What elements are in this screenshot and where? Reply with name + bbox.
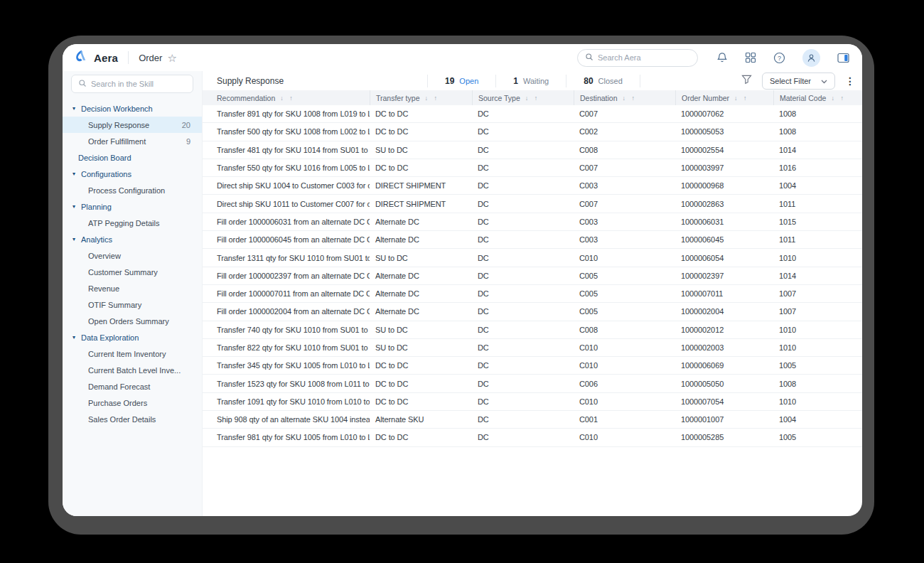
kebab-menu-icon[interactable]: ⋮ bbox=[845, 76, 852, 86]
tab-open[interactable]: 19Open bbox=[427, 75, 495, 87]
sidebar-item-label: OTIF Summary bbox=[88, 301, 141, 309]
table-row[interactable]: Transfer 891 qty for SKU 1008 from L019 … bbox=[203, 105, 862, 123]
table-row[interactable]: Transfer 500 qty for SKU 1008 from L002 … bbox=[203, 123, 862, 141]
panel-toggle-icon[interactable] bbox=[837, 53, 849, 63]
brand[interactable]: Aera bbox=[74, 49, 118, 66]
sort-arrows-icon[interactable]: ↓ ↑ bbox=[734, 95, 749, 102]
cell-recommendation: Transfer 822 qty for SKU 1010 from SU01 … bbox=[203, 343, 370, 352]
table-row[interactable]: Transfer 345 qty for SKU 1005 from L010 … bbox=[203, 357, 862, 375]
cell-source-type: DC bbox=[472, 361, 574, 370]
sidebar-item-atp-pegging-details[interactable]: ATP Pegging Details bbox=[63, 215, 202, 231]
cell-destination: C003 bbox=[574, 235, 675, 244]
table-row[interactable]: Transfer 1311 qty for SKU 1010 from SU01… bbox=[203, 249, 862, 267]
sidebar-item-revenue[interactable]: Revenue bbox=[63, 280, 202, 296]
table-row[interactable]: Transfer 481 qty for SKU 1014 from SU01 … bbox=[203, 141, 862, 159]
column-header-transfer-type[interactable]: Transfer type↓ ↑ bbox=[370, 90, 472, 105]
sidebar-item-current-item-inventory[interactable]: Current Item Inventory bbox=[63, 345, 202, 362]
table-row[interactable]: Direct ship SKU 1011 to Customer C007 fo… bbox=[203, 195, 862, 213]
sidebar-section-data-exploration[interactable]: ▾Data Exploration bbox=[63, 329, 202, 345]
global-search[interactable] bbox=[577, 49, 698, 67]
table-row[interactable]: Transfer 1523 qty for SKU 1008 from L011… bbox=[203, 375, 862, 392]
table-row[interactable]: Fill order 1000006031 from an alternate … bbox=[203, 213, 862, 231]
sidebar-item-process-configuration[interactable]: Process Configuration bbox=[63, 182, 202, 198]
sidebar-item-otif-summary[interactable]: OTIF Summary bbox=[63, 296, 202, 313]
cell-destination: C001 bbox=[574, 415, 675, 424]
sidebar-section-analytics[interactable]: ▾Analytics bbox=[63, 231, 202, 247]
section-label: Data Exploration bbox=[81, 333, 139, 342]
sidebar-item-label: Current Batch Level Inve... bbox=[88, 366, 181, 375]
sidebar-item-sales-order-details[interactable]: Sales Order Details bbox=[63, 411, 202, 427]
sidebar-item-label: Customer Summary bbox=[88, 268, 158, 277]
cell-recommendation: Fill order 1000006045 from an alternate … bbox=[203, 235, 370, 244]
sidebar-item-open-orders-summary[interactable]: Open Orders Summary bbox=[63, 313, 202, 329]
sidebar-item-demand-forecast[interactable]: Demand Forecast bbox=[63, 378, 202, 395]
table-row[interactable]: Transfer 550 qty for SKU 1016 from L005 … bbox=[203, 159, 862, 177]
column-header-source-type[interactable]: Source Type↓ ↑ bbox=[472, 90, 574, 105]
cell-order-number: 1000006045 bbox=[675, 235, 773, 244]
table-row[interactable]: Fill order 1000007011 from an alternate … bbox=[203, 285, 862, 303]
app-window: Aera Order ☆ bbox=[63, 44, 862, 516]
table-row[interactable]: Transfer 981 qty for SKU 1005 from L010 … bbox=[203, 429, 862, 446]
sidebar-item-purchase-orders[interactable]: Purchase Orders bbox=[63, 395, 202, 411]
skill-search-input[interactable] bbox=[91, 80, 183, 88]
sidebar-item-decision-board[interactable]: Decision Board bbox=[63, 149, 202, 166]
cell-transfer-type: DC to DC bbox=[370, 397, 472, 406]
cell-destination: C010 bbox=[574, 361, 675, 370]
column-header-material-code[interactable]: Material Code↓ ↑ bbox=[773, 90, 862, 105]
skill-name[interactable]: Order bbox=[139, 53, 162, 63]
sidebar-item-customer-summary[interactable]: Customer Summary bbox=[63, 264, 202, 280]
global-search-input[interactable] bbox=[598, 53, 683, 62]
sidebar-section-configurations[interactable]: ▾Configurations bbox=[63, 166, 202, 182]
skill-search[interactable] bbox=[71, 75, 193, 93]
brand-name: Aera bbox=[94, 52, 118, 64]
sidebar-item-order-fulfillment[interactable]: Order Fulfillment9 bbox=[63, 133, 202, 149]
cell-material-code: 1007 bbox=[773, 289, 862, 298]
apps-icon[interactable] bbox=[745, 52, 756, 63]
column-header-recommendation[interactable]: Recommendation↓ ↑ bbox=[203, 90, 370, 105]
table-row[interactable]: Transfer 740 qty for SKU 1010 from SU01 … bbox=[203, 321, 862, 339]
sort-arrows-icon[interactable]: ↓ ↑ bbox=[525, 95, 540, 102]
table-row[interactable]: Fill order 1000002397 from an alternate … bbox=[203, 267, 862, 285]
table-row[interactable]: Ship 908 qty of an alternate SKU 1004 in… bbox=[203, 411, 862, 429]
cell-destination: C003 bbox=[574, 218, 675, 226]
sort-arrows-icon[interactable]: ↓ ↑ bbox=[424, 95, 439, 102]
favorite-star-icon[interactable]: ☆ bbox=[167, 53, 176, 63]
column-header-order-number[interactable]: Order Number↓ ↑ bbox=[675, 90, 773, 105]
sort-arrows-icon[interactable]: ↓ ↑ bbox=[623, 95, 638, 102]
cell-transfer-type: DIRECT SHIPMENT bbox=[370, 181, 472, 190]
tab-waiting[interactable]: 1Waiting bbox=[495, 75, 566, 87]
table-row[interactable]: Transfer 822 qty for SKU 1010 from SU01 … bbox=[203, 339, 862, 357]
cell-source-type: DC bbox=[472, 235, 574, 244]
sort-arrows-icon[interactable]: ↓ ↑ bbox=[831, 95, 846, 102]
help-icon[interactable]: ? bbox=[773, 52, 785, 64]
cell-source-type: DC bbox=[472, 146, 574, 154]
bell-icon[interactable] bbox=[716, 52, 728, 63]
column-label: Source Type bbox=[478, 94, 520, 102]
sidebar-item-label: Revenue bbox=[88, 284, 119, 293]
cell-destination: C005 bbox=[574, 272, 675, 280]
caret-down-icon: ▾ bbox=[72, 335, 75, 341]
tab-count: 80 bbox=[584, 76, 593, 86]
filter-funnel-icon[interactable] bbox=[741, 75, 752, 87]
sidebar-item-label: Supply Response bbox=[88, 121, 149, 129]
sidebar-section-decision-workbench[interactable]: ▾Decision Workbench bbox=[63, 100, 202, 117]
cell-material-code: 1010 bbox=[773, 326, 862, 334]
cell-material-code: 1008 bbox=[773, 380, 862, 388]
user-icon[interactable] bbox=[802, 49, 820, 67]
cell-material-code: 1010 bbox=[773, 254, 862, 262]
select-filter-dropdown[interactable]: Select Filter bbox=[762, 73, 835, 90]
sidebar-section-planning[interactable]: ▾Planning bbox=[63, 198, 202, 215]
table-row[interactable]: Transfer 1091 qty for SKU 1010 from L010… bbox=[203, 393, 862, 411]
section-label: Configurations bbox=[81, 170, 131, 178]
column-header-destination[interactable]: Destination↓ ↑ bbox=[574, 90, 675, 105]
table-row[interactable]: Fill order 1000002004 from an alternate … bbox=[203, 303, 862, 321]
sidebar-item-overview[interactable]: Overview bbox=[63, 247, 202, 264]
cell-transfer-type: DC to DC bbox=[370, 109, 472, 118]
sort-arrows-icon[interactable]: ↓ ↑ bbox=[280, 95, 295, 102]
sidebar-item-current-batch-level-inve[interactable]: Current Batch Level Inve... bbox=[63, 362, 202, 378]
cell-material-code: 1011 bbox=[773, 235, 862, 244]
sidebar-item-supply-response[interactable]: Supply Response20 bbox=[63, 117, 202, 133]
tab-closed[interactable]: 80Closed bbox=[566, 75, 640, 87]
table-row[interactable]: Direct ship SKU 1004 to Customer C003 fo… bbox=[203, 177, 862, 195]
table-row[interactable]: Fill order 1000006045 from an alternate … bbox=[203, 231, 862, 249]
